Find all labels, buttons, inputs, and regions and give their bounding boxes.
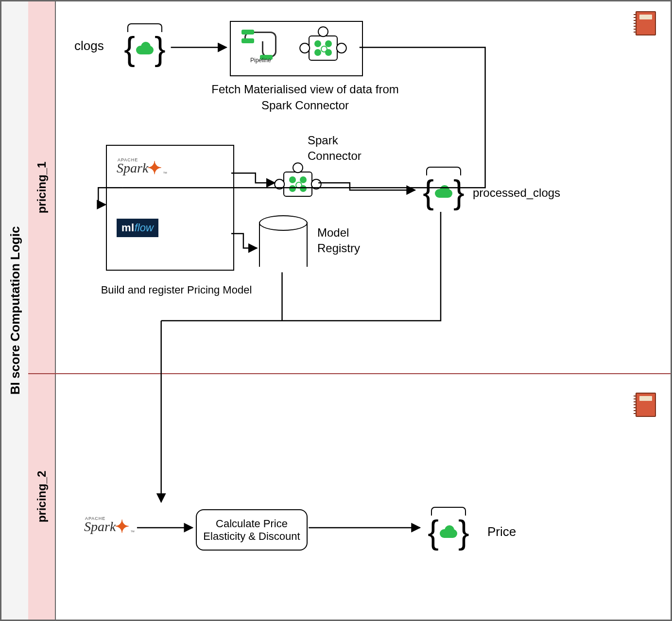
pipeline-caption: Pipeline — [250, 57, 271, 64]
fetch-box: Pipeline — [230, 21, 363, 76]
spark-apache-label-2: APACHE — [85, 516, 105, 521]
lane1-body: clogs { } Pipeline — [55, 1, 671, 373]
spark-apache-label: APACHE — [118, 157, 138, 162]
price-label: Price — [487, 524, 546, 540]
spark-connector-label-1: Spark — [308, 133, 376, 148]
model-registry-cylinder-icon — [259, 215, 308, 274]
mlflow-flow: flow — [135, 222, 154, 234]
clogs-label: clogs — [74, 38, 104, 54]
notebook-icon-2 — [636, 393, 656, 417]
notebook-icon — [636, 11, 656, 35]
swimlane-main-label: BI score Computation Logic — [7, 226, 22, 395]
swimlane-lane2-label: pricing_2 — [35, 470, 49, 522]
fetch-caption-1: Fetch Materialised view of data from — [208, 82, 402, 97]
model-registry-label-1: Model — [317, 225, 376, 240]
connector-icon-mid — [278, 167, 317, 202]
price-dataset-icon: { } — [424, 512, 473, 552]
calc-line2: Elasticity & Discount — [203, 530, 300, 543]
swimlane-main-column: BI score Computation Logic — [1, 1, 29, 620]
swimlane-lane1-label: pricing_1 — [35, 161, 49, 213]
lane2-body: APACHE Spark ✦ ™ Calculate Price Elastic… — [55, 373, 671, 620]
model-registry-label-2: Registry — [317, 241, 385, 256]
processed-clogs-label: processed_clogs — [473, 185, 580, 200]
processed-clogs-dataset-icon: { } — [419, 172, 468, 212]
calc-line1: Calculate Price — [203, 518, 300, 530]
connector-icon-fetch — [304, 31, 343, 66]
spark-connector-label-2: Connector — [308, 148, 395, 163]
spark-logo-2: APACHE Spark ✦ ™ — [84, 519, 135, 535]
swimlane-lane1-column: pricing_1 — [28, 1, 56, 373]
spark-logo-1: APACHE Spark ✦ ™ — [117, 160, 167, 176]
fetch-caption-2: Spark Connector — [208, 98, 402, 113]
build-model-caption: Build and register Pricing Model — [86, 283, 266, 297]
calculate-price-box: Calculate Price Elasticity & Discount — [196, 509, 308, 551]
mlflow-ml: ml — [121, 222, 135, 234]
diagram-canvas: BI score Computation Logic pricing_1 pri… — [0, 0, 672, 621]
clogs-dataset-icon: { } — [121, 28, 169, 69]
spark-text: Spark — [117, 160, 148, 176]
swimlane-lane2-column: pricing_2 — [28, 373, 56, 620]
pipeline-icon: Pipeline — [241, 27, 279, 66]
spark-text-2: Spark — [84, 519, 116, 535]
build-model-box: APACHE Spark ✦ ™ mlflow — [106, 145, 234, 271]
mlflow-badge: mlflow — [117, 219, 158, 237]
